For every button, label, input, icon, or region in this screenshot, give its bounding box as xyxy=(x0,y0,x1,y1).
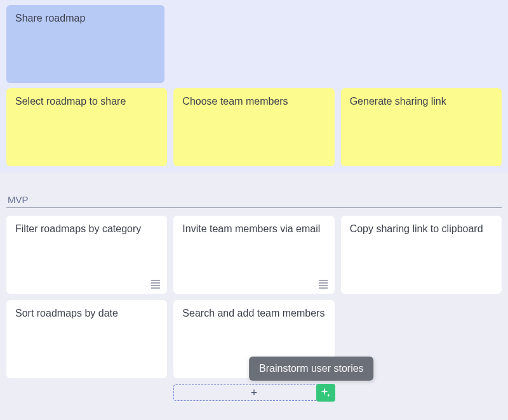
feature-card-title: Select roadmap to share xyxy=(15,96,126,107)
feature-card[interactable]: Select roadmap to share xyxy=(6,88,167,166)
feature-cards-row: Select roadmap to share Choose team memb… xyxy=(6,88,502,166)
story-card[interactable]: Sort roadmaps by date xyxy=(6,300,167,378)
add-card-button[interactable]: + xyxy=(173,384,334,401)
story-card[interactable]: Copy sharing link to clipboard xyxy=(341,216,502,294)
story-card[interactable]: Invite team members via email xyxy=(173,216,334,294)
section-label: MVP xyxy=(6,194,502,207)
add-card-zone: Brainstorm user stories + xyxy=(6,384,502,401)
story-card-title: Filter roadmaps by category xyxy=(15,223,141,234)
section-divider xyxy=(6,207,502,208)
top-story-band: Share roadmap Select roadmap to share Ch… xyxy=(0,0,508,173)
release-section: MVP Filter roadmaps by category Invite t… xyxy=(0,173,508,401)
feature-card-title: Generate sharing link xyxy=(350,96,446,107)
description-icon xyxy=(318,280,328,289)
description-icon xyxy=(150,280,161,289)
brainstorm-tooltip: Brainstorm user stories xyxy=(249,357,374,381)
plus-icon: + xyxy=(251,386,258,400)
story-card-title: Sort roadmaps by date xyxy=(15,308,118,318)
epic-card-title: Share roadmap xyxy=(15,13,85,23)
feature-card[interactable]: Generate sharing link xyxy=(341,88,502,166)
epic-card[interactable]: Share roadmap xyxy=(6,5,164,83)
brainstorm-ai-button[interactable] xyxy=(316,384,335,402)
sparkle-icon xyxy=(321,388,331,398)
story-card[interactable]: Filter roadmaps by category xyxy=(6,216,167,294)
story-card-title: Search and add team members xyxy=(182,308,324,318)
feature-card[interactable]: Choose team members xyxy=(173,88,334,166)
story-cards-grid: Filter roadmaps by category Invite team … xyxy=(6,216,502,378)
story-card-title: Invite team members via email xyxy=(182,223,320,234)
feature-card-title: Choose team members xyxy=(182,96,288,107)
story-card-title: Copy sharing link to clipboard xyxy=(350,223,483,234)
